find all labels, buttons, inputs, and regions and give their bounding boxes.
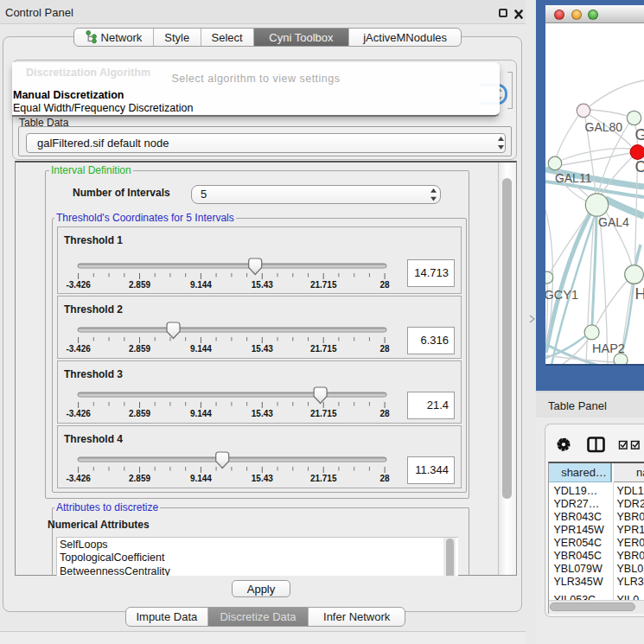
svg-text:C: C — [635, 158, 644, 175]
svg-text:28: 28 — [380, 344, 391, 354]
svg-text:GCY1: GCY1 — [545, 288, 578, 302]
svg-text:28: 28 — [380, 474, 391, 483]
svg-text:9.144: 9.144 — [190, 280, 212, 290]
svg-text:15.43: 15.43 — [252, 409, 273, 418]
svg-text:-3.426: -3.426 — [66, 280, 91, 290]
svg-text:21.715: 21.715 — [310, 344, 337, 354]
svg-text:15.43: 15.43 — [252, 474, 273, 483]
svg-text:9.144: 9.144 — [190, 409, 212, 418]
svg-text:HAP2: HAP2 — [592, 341, 625, 355]
svg-text:GAL11: GAL11 — [555, 171, 592, 185]
svg-text:28: 28 — [380, 409, 391, 418]
svg-text:-3.426: -3.426 — [66, 409, 91, 418]
svg-text:21.715: 21.715 — [310, 474, 337, 483]
svg-text:9.144: 9.144 — [190, 474, 212, 483]
svg-text:G: G — [635, 126, 644, 143]
svg-text:-3.426: -3.426 — [66, 474, 91, 483]
svg-text:GAL4: GAL4 — [598, 215, 629, 229]
svg-text:15.43: 15.43 — [252, 280, 273, 290]
svg-text:-3.426: -3.426 — [66, 344, 91, 354]
svg-text:15.43: 15.43 — [252, 344, 273, 354]
svg-text:21.715: 21.715 — [310, 409, 337, 418]
svg-text:GAL80: GAL80 — [585, 120, 623, 134]
svg-text:2.859: 2.859 — [129, 409, 150, 418]
svg-text:2.859: 2.859 — [129, 280, 150, 290]
svg-text:9.144: 9.144 — [190, 344, 212, 354]
svg-text:2.859: 2.859 — [129, 474, 150, 483]
svg-text:2.859: 2.859 — [129, 344, 150, 354]
svg-text:21.715: 21.715 — [310, 280, 337, 290]
svg-text:H: H — [635, 285, 644, 303]
svg-text:28: 28 — [380, 280, 391, 290]
